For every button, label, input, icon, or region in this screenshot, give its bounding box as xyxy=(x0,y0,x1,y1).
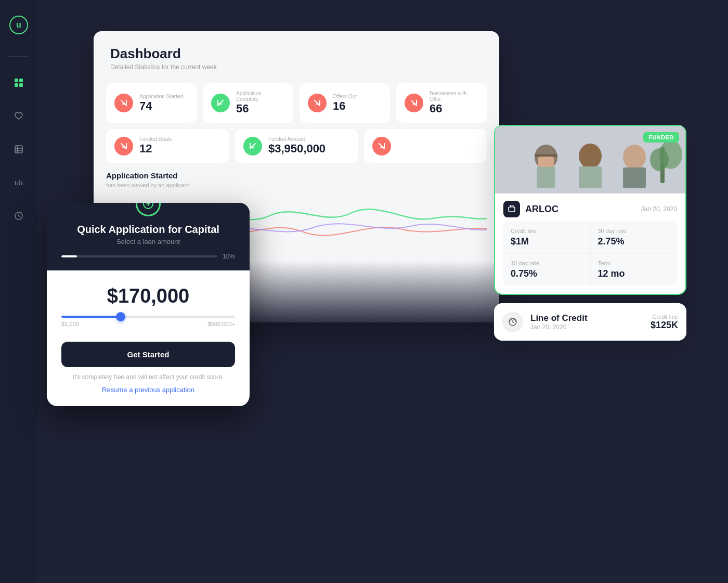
progress-track xyxy=(61,255,217,257)
stat-icon-complete xyxy=(211,94,230,112)
svg-rect-21 xyxy=(579,166,602,188)
loan-slider-container: $1,000 $500,000+ xyxy=(61,316,235,327)
svg-rect-2 xyxy=(15,83,18,87)
product-name: ARLOC xyxy=(525,204,558,215)
credit-line-label: Credit line xyxy=(511,228,583,234)
stat-card-funded-deals: Funded Deals 12 xyxy=(106,129,229,163)
slider-max-label: $500,000+ xyxy=(208,321,235,327)
stat-icon-started xyxy=(114,94,133,112)
quick-app-header: Quick Application for Capital Select a l… xyxy=(47,203,250,270)
funded-badge: FUNDED xyxy=(643,132,679,142)
stat-card-offers: Offers Out 16 xyxy=(300,83,390,123)
stat-icon-businesses xyxy=(405,94,423,112)
stat-value-funded-deals: 12 xyxy=(139,142,172,156)
slider-thumb xyxy=(116,312,125,321)
sidebar-logo[interactable]: u xyxy=(9,16,28,34)
rate-30-label: 30 day rate xyxy=(598,228,670,234)
product-icon xyxy=(503,201,520,217)
detail-term: Term 12 mo xyxy=(591,254,678,286)
loc-credit-label: Credit line xyxy=(651,314,678,320)
term-value: 12 mo xyxy=(598,268,670,279)
sidebar-divider xyxy=(8,56,29,57)
quick-app-logo xyxy=(136,203,161,216)
loc-date: Jan 20, 2020 xyxy=(530,323,643,331)
product-card-left: ARLOC xyxy=(503,201,558,217)
quick-application-card: Quick Application for Capital Select a l… xyxy=(47,203,250,406)
sidebar-item-history[interactable] xyxy=(9,206,28,225)
chart-subtitle: has been viewed by an applicant xyxy=(106,182,487,188)
rate-10-label: 10 day rate xyxy=(511,260,583,266)
stat-icon-extra xyxy=(372,137,391,156)
slider-min-label: $1,000 xyxy=(61,321,79,327)
stat-card-extra xyxy=(364,129,487,163)
stat-label-offers: Offers Out xyxy=(333,94,357,99)
svg-rect-27 xyxy=(509,207,515,212)
loc-name: Line of Credit xyxy=(530,313,643,323)
stats-grid-bottom: Funded Deals 12 Funded Amount $3,950,000 xyxy=(94,129,499,163)
get-started-button[interactable]: Get Started xyxy=(61,342,235,367)
sidebar-item-table[interactable] xyxy=(9,140,28,159)
svg-rect-18 xyxy=(538,157,554,167)
progress-fill xyxy=(61,255,77,257)
svg-point-20 xyxy=(579,144,602,169)
rate-10-value: 0.75% xyxy=(511,268,583,279)
sidebar-item-favorites[interactable] xyxy=(9,107,28,125)
stat-icon-funded-amount xyxy=(243,137,262,156)
sidebar: u xyxy=(0,0,37,583)
slider-fill xyxy=(61,316,121,318)
svg-rect-19 xyxy=(537,167,555,188)
sidebar-item-dashboard[interactable] xyxy=(9,73,28,92)
stat-label-funded-deals: Funded Deals xyxy=(139,136,172,142)
stat-value-businesses: 66 xyxy=(430,102,478,115)
product-card-image: FUNDED xyxy=(495,126,685,193)
free-note: It's completely free and will not affect… xyxy=(61,373,235,381)
svg-point-22 xyxy=(623,145,646,170)
svg-rect-17 xyxy=(535,154,557,157)
loc-card-inner: Line of Credit Jan 20, 2020 Credit line … xyxy=(494,303,686,341)
detail-30-day-rate: 30 day rate 2.75% xyxy=(591,222,678,253)
stat-icon-funded-deals xyxy=(114,137,133,156)
sidebar-item-analytics[interactable] xyxy=(9,173,28,192)
detail-credit-line: Credit line $1M xyxy=(503,222,590,253)
stat-card-complete: Application Complete 56 xyxy=(203,83,293,123)
product-cards-container: FUNDED ARLOC Jan 20, 2020 Credit line $1… xyxy=(494,125,686,349)
stat-value-started: 74 xyxy=(139,99,183,113)
svg-point-26 xyxy=(650,148,669,171)
product-card-header: ARLOC Jan 20, 2020 xyxy=(495,193,685,222)
loc-icon xyxy=(502,312,523,332)
svg-rect-3 xyxy=(19,83,23,87)
stat-card-funded-amount: Funded Amount $3,950,000 xyxy=(235,129,358,163)
rate-30-value: 2.75% xyxy=(598,236,670,247)
dashboard-title: Dashboard xyxy=(110,46,483,62)
quick-app-body: $170,000 $1,000 $500,000+ Get Started It… xyxy=(47,270,250,406)
loan-amount: $170,000 xyxy=(61,285,235,307)
resume-link[interactable]: Resume a previous application xyxy=(61,386,235,394)
stat-value-offers: 16 xyxy=(333,99,357,113)
quick-app-subtitle: Select a loan amount xyxy=(61,238,235,245)
stat-label-started: Application Started xyxy=(139,94,183,99)
dashboard-header: Dashboard Detailed Statistics for the cu… xyxy=(94,31,499,79)
term-label: Term xyxy=(598,260,670,266)
chart-title: Application Started xyxy=(106,171,487,180)
stat-label-complete: Application Complete xyxy=(236,90,285,102)
loc-credit-value: $125K xyxy=(651,320,678,331)
svg-rect-0 xyxy=(15,79,18,82)
progress-bar: 10% xyxy=(61,253,235,260)
loc-info: Line of Credit Jan 20, 2020 xyxy=(530,313,643,331)
dashboard-subtitle: Detailed Statistics for the current week xyxy=(110,63,483,71)
loc-card: Line of Credit Jan 20, 2020 Credit line … xyxy=(494,303,686,341)
stats-grid-top: Application Started 74 Application Compl… xyxy=(94,83,499,123)
progress-percent: 10% xyxy=(223,253,235,260)
slider-track[interactable] xyxy=(61,316,235,318)
arloc-card: FUNDED ARLOC Jan 20, 2020 Credit line $1… xyxy=(494,125,686,295)
credit-line-value: $1M xyxy=(511,236,583,247)
svg-rect-23 xyxy=(623,167,646,188)
quick-app-title: Quick Application for Capital xyxy=(61,224,235,236)
stat-label-funded-amount: Funded Amount xyxy=(268,136,326,142)
stat-value-funded-amount: $3,950,000 xyxy=(268,142,326,156)
product-details-grid: Credit line $1M 30 day rate 2.75% 10 day… xyxy=(503,222,677,286)
stat-card-started: Application Started 74 xyxy=(106,83,197,123)
slider-labels: $1,000 $500,000+ xyxy=(61,321,235,327)
loc-credit: Credit line $125K xyxy=(651,314,678,331)
stat-icon-offers xyxy=(308,94,327,112)
